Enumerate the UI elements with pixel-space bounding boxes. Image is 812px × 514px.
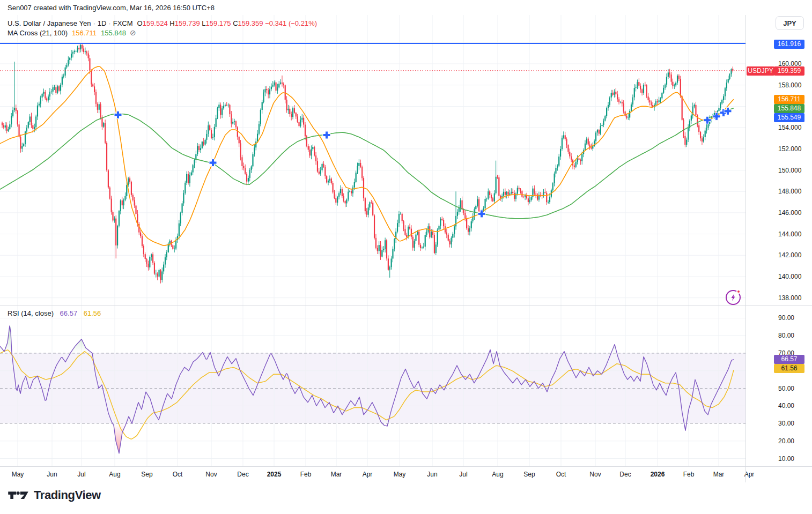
ma-cross-status-icon[interactable]: ⊘ xyxy=(130,28,136,37)
separator-dot: · xyxy=(108,19,110,27)
rsi-ma-value: 61.56 xyxy=(84,309,101,317)
rsi-legend[interactable]: RSI (14, close) 66.57 61.56 xyxy=(8,309,101,318)
ma-cross-markers xyxy=(114,107,732,218)
time-axis-label: Dec xyxy=(619,471,631,478)
exchange-label: FXCM xyxy=(113,19,133,27)
time-axis-label: May xyxy=(12,471,24,478)
time-axis-label: Jul xyxy=(459,471,467,478)
price-gridlines xyxy=(0,15,745,306)
symbol-price-tag: USDJPY xyxy=(747,66,774,76)
rsi-axis-tick: 50.00 xyxy=(778,384,794,393)
high-label: H xyxy=(169,19,174,27)
currency-axis-button[interactable]: JPY xyxy=(776,16,804,30)
time-axis-label: 2026 xyxy=(651,471,665,478)
time-axis-label: Mar xyxy=(713,471,725,478)
rsi-axis-tick: 30.00 xyxy=(778,419,794,428)
time-axis-label: Jun xyxy=(47,471,57,478)
rsi-axis-tick: 10.00 xyxy=(778,455,794,463)
price-axis-tick: 146.000 xyxy=(778,208,801,217)
price-axis-tick: 148.000 xyxy=(778,187,801,196)
price-pane[interactable] xyxy=(0,15,745,306)
open-value: 159.524 xyxy=(143,19,168,27)
tradingview-snapshot: Sen007 created with TradingView.com, Mar… xyxy=(0,0,812,514)
rsi-axis-tick: 20.00 xyxy=(778,437,794,445)
ma-cross-title: MA Cross (21, 100) xyxy=(8,29,68,37)
time-axis-label: Apr xyxy=(363,471,373,478)
rsi-axis-badge: 66.57 xyxy=(774,355,804,364)
time-axis-label: Feb xyxy=(683,471,695,478)
low-value: 159.175 xyxy=(206,19,231,27)
tradingview-logo-text: TradingView xyxy=(34,488,101,502)
price-axis-tick: 144.000 xyxy=(778,230,801,239)
rsi-axis-tick: 90.00 xyxy=(778,314,794,322)
separator-dot: · xyxy=(93,19,95,27)
ma-cross-plus-icon xyxy=(323,131,330,139)
rsi-pane[interactable] xyxy=(0,306,745,466)
price-axis-tick: 150.000 xyxy=(778,166,801,175)
symbol-title: U.S. Dollar / Japanese Yen xyxy=(8,19,91,27)
rsi-value: 66.57 xyxy=(60,309,78,317)
time-axis-label: Jun xyxy=(427,471,437,478)
time-axis-label: Feb xyxy=(300,471,312,478)
time-axis-label: Nov xyxy=(205,471,217,478)
price-axis-tick: 154.000 xyxy=(778,123,801,132)
time-axis-border xyxy=(0,466,812,467)
time-axis-label: Sep xyxy=(523,471,535,478)
ma-fast-value: 156.711 xyxy=(72,29,97,37)
low-label: L xyxy=(202,19,205,27)
time-axis-label: Mar xyxy=(331,471,342,478)
ma-cross-legend-row[interactable]: MA Cross (21, 100)156.711155.848⊘ xyxy=(8,28,317,38)
flash-publish-icon[interactable] xyxy=(726,290,741,305)
time-axis-label: 2025 xyxy=(267,471,282,478)
close-label: C xyxy=(233,19,238,27)
time-axis-label: Jul xyxy=(77,471,85,478)
price-axis-badge: 155.549 xyxy=(774,113,804,122)
ma-cross-plus-icon xyxy=(114,111,122,118)
time-axis-label: Nov xyxy=(589,471,601,478)
price-axis-tick: 158.000 xyxy=(778,81,801,90)
price-axis-tick: 138.000 xyxy=(778,294,801,302)
price-axis-badge: 155.848 xyxy=(774,104,804,113)
tradingview-logo[interactable]: TradingView xyxy=(8,488,101,502)
rsi-title: RSI (14, close) xyxy=(8,309,54,317)
lightning-bolt-icon xyxy=(729,293,737,302)
price-axis-tick: 140.000 xyxy=(778,272,801,281)
rsi-axis-tick: 40.00 xyxy=(778,401,794,410)
time-axis-label: Aug xyxy=(109,471,120,478)
ma-slow-value: 155.848 xyxy=(101,29,126,37)
attribution-text: Sen007 created with TradingView.com, Mar… xyxy=(8,4,215,12)
open-label: O xyxy=(137,19,143,27)
tradingview-logo-mark xyxy=(8,488,29,502)
price-axis-tick: 142.000 xyxy=(778,251,801,259)
time-axis-label: May xyxy=(394,471,406,478)
time-axis-label: Dec xyxy=(237,471,248,478)
close-value: 159.359 xyxy=(238,19,263,27)
price-axis-tick: 152.000 xyxy=(778,145,801,153)
pane-divider[interactable] xyxy=(0,306,812,306)
time-axis-label: Sep xyxy=(141,471,152,478)
time-axis-label: Oct xyxy=(556,471,566,478)
high-value: 159.739 xyxy=(175,19,200,27)
rsi-axis-tick: 80.00 xyxy=(778,331,794,340)
change-value: −0.341 (−0.21%) xyxy=(265,19,317,27)
price-axis-badge: 156.711 xyxy=(774,95,804,104)
symbol-legend-row[interactable]: U.S. Dollar / Japanese Yen·1D·FXCMO159.5… xyxy=(8,19,317,28)
legend: U.S. Dollar / Japanese Yen·1D·FXCMO159.5… xyxy=(8,19,317,38)
price-axis-badge: 159.359 xyxy=(774,66,804,76)
timeframe-label: 1D xyxy=(98,19,107,27)
time-axis-label: Oct xyxy=(173,471,183,478)
price-axis-badge: 161.916 xyxy=(774,40,804,49)
notification-dot xyxy=(736,289,741,294)
time-axis-label: Aug xyxy=(492,471,503,478)
moving-averages xyxy=(0,66,734,245)
level-lines xyxy=(0,43,745,71)
price-axis-border xyxy=(745,15,746,482)
rsi-axis-badge: 61.56 xyxy=(774,364,804,373)
